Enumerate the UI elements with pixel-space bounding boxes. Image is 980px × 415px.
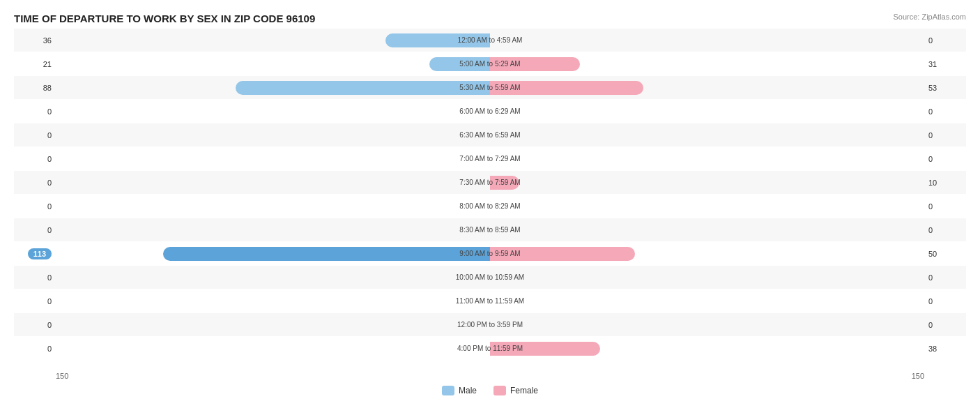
male-value: 0 — [14, 202, 56, 211]
female-bar — [490, 247, 635, 261]
female-value: 0 — [924, 202, 966, 211]
bars-wrap: 10:00 AM to 10:59 AM — [56, 268, 924, 287]
female-value: 0 — [924, 321, 966, 329]
bars-wrap: 12:00 PM to 3:59 PM — [56, 315, 924, 335]
bars-wrap: 7:30 AM to 7:59 AM — [56, 173, 924, 193]
time-label: 7:00 AM to 7:29 AM — [459, 149, 520, 169]
female-bar — [490, 176, 519, 190]
chart-row: 011:00 AM to 11:59 AM0 — [14, 289, 966, 312]
bars-wrap: 6:00 AM to 6:29 AM — [56, 102, 924, 121]
female-value: 0 — [924, 226, 966, 234]
chart-row: 07:30 AM to 7:59 AM10 — [14, 171, 966, 194]
male-bar — [429, 57, 490, 71]
time-label: 6:00 AM to 6:29 AM — [459, 102, 520, 121]
time-label: 10:00 AM to 10:59 AM — [456, 268, 524, 287]
female-bar — [490, 57, 580, 71]
male-value: 21 — [14, 60, 56, 68]
male-value: 0 — [14, 345, 56, 353]
chart-area: 3612:00 AM to 4:59 AM0215:00 AM to 5:29 … — [14, 29, 966, 370]
male-bar — [236, 81, 490, 95]
male-value: 0 — [14, 273, 56, 282]
female-value: 0 — [924, 107, 966, 116]
male-value: 36 — [14, 36, 56, 45]
female-value: 0 — [924, 131, 966, 139]
female-value: 10 — [924, 179, 966, 187]
male-value: 0 — [14, 179, 56, 187]
chart-row: 010:00 AM to 10:59 AM0 — [14, 266, 966, 289]
male-bar — [163, 247, 490, 261]
bars-wrap: 5:00 AM to 5:29 AM — [56, 54, 924, 74]
bars-wrap: 8:00 AM to 8:29 AM — [56, 197, 924, 216]
chart-title: TIME OF DEPARTURE TO WORK BY SEX IN ZIP … — [14, 13, 966, 24]
legend: Male Female — [14, 386, 966, 395]
time-label: 11:00 AM to 11:59 AM — [456, 292, 524, 311]
bars-wrap: 4:00 PM to 11:59 PM — [56, 339, 924, 359]
axis-labels: 150 150 — [14, 372, 966, 380]
chart-row: 08:30 AM to 8:59 AM0 — [14, 218, 966, 241]
bars-wrap: 8:30 AM to 8:59 AM — [56, 220, 924, 240]
chart-row: 06:00 AM to 6:29 AM0 — [14, 100, 966, 123]
chart-container: TIME OF DEPARTURE TO WORK BY SEX IN ZIP … — [0, 0, 980, 415]
female-value: 0 — [924, 297, 966, 305]
female-value: 50 — [924, 250, 966, 258]
bars-wrap: 11:00 AM to 11:59 AM — [56, 292, 924, 311]
axis-right: 150 — [912, 372, 924, 380]
bars-wrap: 12:00 AM to 4:59 AM — [56, 31, 924, 50]
chart-row: 07:00 AM to 7:29 AM0 — [14, 147, 966, 170]
male-value: 0 — [14, 107, 56, 116]
male-swatch — [442, 386, 454, 395]
male-value: 88 — [14, 84, 56, 92]
female-value: 0 — [924, 273, 966, 282]
chart-row: 885:30 AM to 5:59 AM53 — [14, 76, 966, 99]
male-value: 0 — [14, 131, 56, 139]
time-label: 8:00 AM to 8:29 AM — [459, 197, 520, 216]
chart-row: 215:00 AM to 5:29 AM31 — [14, 52, 966, 75]
bars-wrap: 6:30 AM to 6:59 AM — [56, 126, 924, 145]
male-bar — [385, 33, 490, 47]
chart-row: 04:00 PM to 11:59 PM38 — [14, 337, 966, 360]
female-value: 53 — [924, 84, 966, 92]
female-bar — [490, 342, 600, 356]
male-value: 113 — [14, 248, 56, 259]
male-label: Male — [459, 386, 477, 395]
female-label: Female — [510, 386, 538, 395]
female-value: 31 — [924, 60, 966, 68]
chart-row: 012:00 PM to 3:59 PM0 — [14, 313, 966, 336]
male-value: 0 — [14, 226, 56, 234]
time-label: 8:30 AM to 8:59 AM — [459, 220, 520, 240]
female-swatch — [493, 386, 506, 395]
chart-row: 3612:00 AM to 4:59 AM0 — [14, 29, 966, 52]
female-value: 38 — [924, 345, 966, 353]
bars-wrap: 7:00 AM to 7:29 AM — [56, 149, 924, 169]
bars-wrap: 5:30 AM to 5:59 AM — [56, 78, 924, 98]
male-value: 0 — [14, 155, 56, 163]
chart-row: 06:30 AM to 6:59 AM0 — [14, 123, 966, 146]
axis-left: 150 — [56, 372, 68, 380]
female-bar — [490, 81, 643, 95]
legend-male: Male — [442, 386, 477, 395]
source-label: Source: ZipAtlas.com — [893, 13, 966, 21]
bars-wrap: 9:00 AM to 9:59 AM — [56, 244, 924, 264]
female-value: 0 — [924, 155, 966, 163]
chart-row: 1139:00 AM to 9:59 AM50 — [14, 242, 966, 265]
male-value: 0 — [14, 297, 56, 305]
time-label: 6:30 AM to 6:59 AM — [459, 126, 520, 145]
time-label: 12:00 PM to 3:59 PM — [457, 315, 523, 335]
chart-row: 08:00 AM to 8:29 AM0 — [14, 195, 966, 218]
female-value: 0 — [924, 36, 966, 45]
male-value: 0 — [14, 321, 56, 329]
legend-female: Female — [493, 386, 538, 395]
